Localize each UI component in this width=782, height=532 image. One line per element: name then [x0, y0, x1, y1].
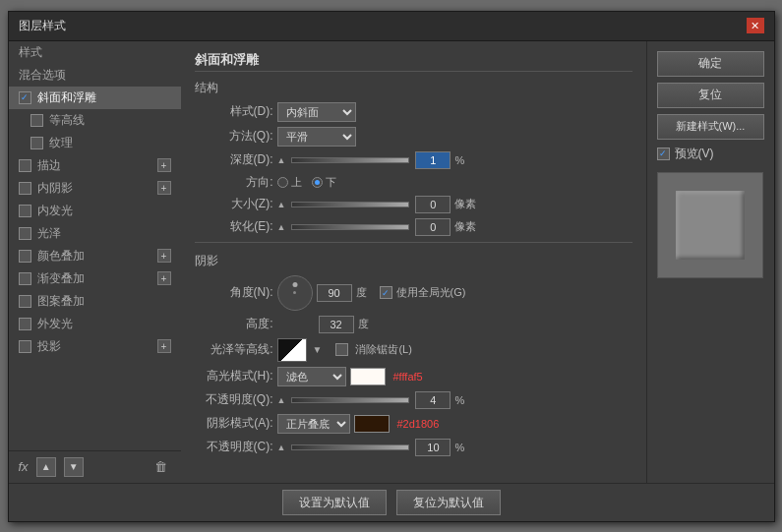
sidebar-item-color-overlay[interactable]: 颜色叠加 + — [9, 245, 181, 267]
gloss-contour-preview[interactable] — [277, 338, 307, 362]
down-radio-circle[interactable] — [312, 177, 323, 188]
highlight-opacity-row: 不透明度(Q): ▲ % — [195, 391, 632, 409]
color-overlay-checkbox[interactable] — [19, 250, 31, 263]
structure-title: 结构 — [195, 80, 632, 96]
shadow-opacity-input[interactable] — [415, 439, 451, 456]
highlight-opacity-slider-icon: ▲ — [277, 395, 286, 405]
preview-toggle[interactable]: 预览(V) — [657, 146, 764, 162]
stroke-add-button[interactable]: + — [157, 158, 171, 172]
highlight-opacity-label: 不透明度(Q): — [195, 391, 273, 408]
blend-label: 混合选项 — [19, 67, 66, 84]
shadow-color-swatch[interactable] — [354, 415, 390, 433]
direction-down-label: 下 — [326, 175, 336, 190]
direction-radio-group: 上 下 — [277, 175, 336, 190]
sidebar-item-satin[interactable]: 光泽 — [9, 222, 181, 245]
preview-inner-box — [676, 191, 745, 260]
reset-default-button[interactable]: 复位为默认值 — [396, 490, 501, 515]
pattern-overlay-checkbox[interactable] — [19, 295, 31, 308]
contour-checkbox[interactable] — [30, 114, 43, 127]
pattern-overlay-label: 图案叠加 — [37, 293, 85, 310]
anti-alias-checkbox[interactable] — [335, 343, 348, 356]
gradient-overlay-checkbox[interactable] — [19, 272, 31, 285]
angle-unit: 度 — [356, 285, 376, 300]
bevel-checkbox[interactable] — [19, 91, 31, 104]
sidebar-item-outer-glow[interactable]: 外发光 — [9, 313, 181, 335]
sidebar-item-bevel[interactable]: 斜面和浮雕 — [9, 87, 181, 109]
drop-shadow-add-button[interactable]: + — [157, 339, 171, 353]
shadow-mode-label: 阴影模式(A): — [195, 415, 273, 432]
main-content: 斜面和浮雕 结构 样式(D): 内斜面 方法(Q): 平滑 深度(D): ▲ — [181, 41, 646, 483]
up-radio-circle[interactable] — [277, 177, 288, 188]
sidebar-item-stroke[interactable]: 描边 + — [9, 154, 181, 177]
gloss-dropdown-icon[interactable]: ▼ — [313, 344, 323, 355]
color-overlay-add-button[interactable]: + — [157, 249, 171, 263]
sidebar-item-pattern-overlay[interactable]: 图案叠加 — [9, 290, 181, 313]
close-button[interactable]: ✕ — [747, 18, 764, 33]
global-light-checkbox[interactable] — [380, 286, 392, 299]
drop-shadow-checkbox[interactable] — [19, 340, 31, 353]
altitude-unit: 度 — [358, 317, 378, 331]
soften-input[interactable] — [415, 218, 451, 236]
ok-button[interactable]: 确定 — [657, 51, 764, 77]
sidebar-item-style: 样式 — [9, 41, 181, 64]
angle-input[interactable] — [317, 284, 352, 302]
inner-glow-checkbox[interactable] — [19, 205, 31, 217]
angle-widget[interactable] — [277, 275, 313, 311]
angle-row: 角度(N): 度 使用全局光(G) — [195, 275, 632, 311]
highlight-mode-row: 高光模式(H): 滤色 #fffaf5 — [195, 367, 632, 386]
outer-glow-label: 外发光 — [37, 316, 73, 332]
stroke-checkbox[interactable] — [19, 159, 31, 172]
direction-down-radio[interactable]: 下 — [312, 175, 336, 190]
texture-checkbox[interactable] — [30, 137, 43, 149]
soften-row: 软化(E): ▲ 像素 — [195, 218, 632, 236]
inner-shadow-add-button[interactable]: + — [157, 181, 171, 195]
depth-input[interactable] — [415, 151, 451, 169]
shadow-opacity-slider[interactable] — [291, 444, 409, 450]
highlight-opacity-slider[interactable] — [291, 397, 409, 403]
reset-button[interactable]: 复位 — [657, 83, 764, 108]
style-row: 样式(D): 内斜面 — [195, 102, 632, 122]
highlight-color-swatch[interactable] — [350, 368, 386, 385]
sidebar-item-blend[interactable]: 混合选项 — [9, 64, 181, 87]
preview-checkbox[interactable] — [657, 148, 670, 160]
anti-alias-label: 消除锯齿(L) — [355, 342, 411, 357]
depth-slider[interactable] — [291, 157, 409, 163]
inner-shadow-checkbox[interactable] — [19, 182, 31, 195]
style-select[interactable]: 内斜面 — [277, 102, 356, 122]
new-style-button[interactable]: 新建样式(W)... — [657, 114, 764, 140]
left-bottom-toolbar: fx ▲ ▼ 🗑 — [9, 450, 181, 483]
size-slider-icon: ▲ — [277, 200, 286, 209]
soften-slider[interactable] — [291, 224, 409, 230]
highlight-mode-select[interactable]: 滤色 — [277, 367, 346, 386]
gloss-contour-row: 光泽等高线: ▼ 消除锯齿(L) — [195, 338, 632, 362]
move-up-button[interactable]: ▲ — [36, 457, 56, 477]
bevel-label: 斜面和浮雕 — [37, 89, 96, 106]
direction-up-radio[interactable]: 上 — [277, 175, 302, 190]
set-default-button[interactable]: 设置为默认值 — [282, 490, 387, 515]
altitude-input[interactable] — [319, 316, 354, 333]
delete-button[interactable]: 🗑 — [151, 457, 171, 477]
sidebar-item-drop-shadow[interactable]: 投影 + — [9, 335, 181, 358]
highlight-opacity-input[interactable] — [415, 391, 451, 409]
layer-style-dialog: 图层样式 ✕ 样式 混合选项 斜面和浮雕 等高线 — [8, 11, 775, 522]
sidebar-item-gradient-overlay[interactable]: 渐变叠加 + — [9, 267, 181, 290]
size-input[interactable] — [415, 196, 451, 213]
gradient-overlay-add-button[interactable]: + — [157, 271, 171, 285]
angle-dot — [292, 282, 297, 287]
size-label: 大小(Z): — [195, 196, 273, 212]
sidebar-item-contour[interactable]: 等高线 — [9, 109, 181, 132]
sidebar-item-inner-shadow[interactable]: 内阴影 + — [9, 177, 181, 200]
satin-checkbox[interactable] — [19, 227, 31, 240]
soften-unit: 像素 — [454, 219, 476, 234]
shadow-mode-row: 阴影模式(A): 正片叠底 #2d1806 — [195, 414, 632, 434]
outer-glow-checkbox[interactable] — [19, 318, 31, 330]
contour-label: 等高线 — [49, 112, 85, 129]
sidebar-item-texture[interactable]: 纹理 — [9, 132, 181, 154]
size-slider[interactable] — [291, 202, 409, 207]
shadow-mode-select[interactable]: 正片叠底 — [277, 414, 350, 434]
move-down-button[interactable]: ▼ — [64, 457, 84, 477]
method-select[interactable]: 平滑 — [277, 127, 356, 147]
style-label: 样式(D): — [195, 103, 273, 120]
sidebar-item-inner-glow[interactable]: 内发光 — [9, 200, 181, 222]
left-items-area: 样式 混合选项 斜面和浮雕 等高线 纹理 — [9, 41, 181, 450]
